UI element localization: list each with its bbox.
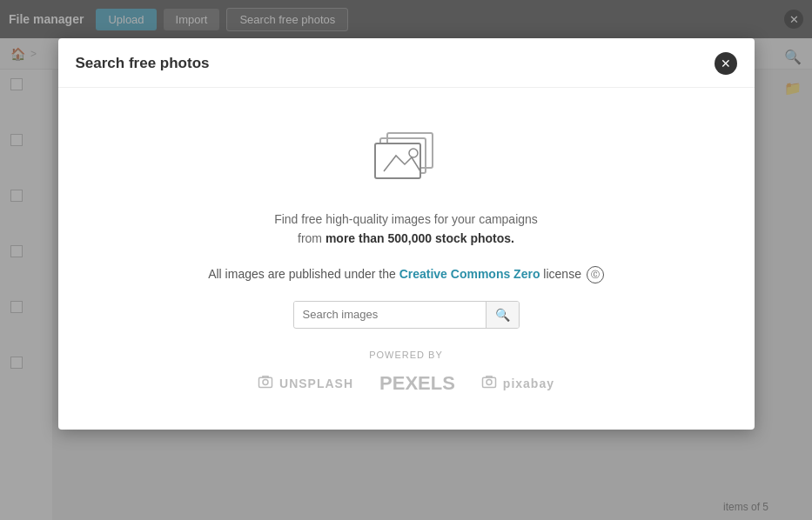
svg-point-5	[263, 380, 268, 385]
modal-header: Search free photos ✕	[58, 38, 755, 88]
search-icon: 🔍	[495, 308, 510, 322]
unsplash-camera-icon	[258, 373, 273, 393]
search-photos-modal: Search free photos ✕ Find free high-qual	[58, 38, 755, 430]
pexels-label: PEXELS	[379, 372, 455, 395]
modal-description: Find free high-quality images for your c…	[274, 210, 538, 249]
image-stack-icon	[372, 123, 441, 183]
search-input[interactable]	[294, 302, 486, 327]
image-search-bar: 🔍	[293, 301, 520, 329]
desc-line2-pre: from	[298, 231, 325, 245]
powered-by-section: POWERED BY UNSPLASH PEXELS	[258, 350, 554, 395]
modal-body: Find free high-quality images for your c…	[58, 88, 755, 430]
cc-pre-text: All images are published under the	[208, 266, 399, 280]
cc-badge-icon: Ⓒ	[587, 266, 604, 283]
cc-post-text: license	[540, 266, 580, 280]
unsplash-label: UNSPLASH	[279, 377, 353, 390]
desc-line1: Find free high-quality images for your c…	[274, 212, 538, 226]
cc-license-line: All images are published under the Creat…	[208, 266, 604, 283]
desc-line2-highlight: more than 500,000 stock photos.	[325, 231, 514, 245]
svg-point-7	[487, 380, 492, 385]
powered-by-label: POWERED BY	[369, 350, 443, 360]
modal-close-icon: ✕	[721, 57, 731, 70]
unsplash-provider: UNSPLASH	[258, 373, 353, 393]
providers-list: UNSPLASH PEXELS pixabay	[258, 372, 554, 395]
pexels-provider: PEXELS	[379, 372, 455, 395]
search-submit-button[interactable]: 🔍	[486, 302, 519, 328]
cc-link[interactable]: Creative Commons Zero	[399, 266, 540, 280]
pixabay-provider: pixabay	[481, 373, 554, 393]
modal-close-button[interactable]: ✕	[715, 52, 737, 75]
modal-title: Search free photos	[76, 55, 210, 72]
pixabay-label: pixabay	[503, 377, 554, 390]
pixabay-camera-icon	[481, 373, 497, 393]
